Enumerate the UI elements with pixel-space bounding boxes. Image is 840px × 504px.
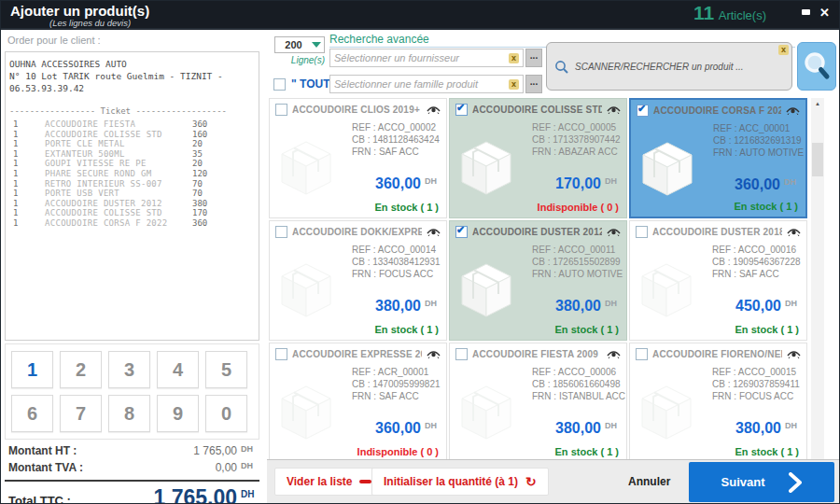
next-button[interactable]: Suivant <box>689 462 834 502</box>
clear-supplier-icon[interactable]: x <box>509 53 519 63</box>
article-count-label: Article(s) <box>719 8 766 22</box>
product-checkbox[interactable]: ✔ <box>637 105 649 117</box>
init-quantity-button[interactable]: Initialiser la quantité (à 1) ↻ <box>371 468 549 496</box>
numpad-key-9[interactable]: 9 <box>157 395 199 432</box>
product-checkbox[interactable]: ✔ <box>455 348 468 360</box>
ticket-line: 1RETRO INTERIEUR SS-00770 <box>9 179 255 189</box>
product-frn: FRN : AUTO MOTIVE <box>532 268 623 280</box>
clear-list-label: Vider la liste <box>287 475 352 488</box>
page-size-value: 200 <box>275 39 312 50</box>
price-value: 450,00 <box>735 298 781 314</box>
add-product-dialog: Ajouter un produit(s) (Les lignes du dev… <box>0 0 840 504</box>
product-frn: FRN : SAF ACC <box>352 146 440 158</box>
numpad-key-8[interactable]: 8 <box>108 395 150 432</box>
family-select[interactable]: Sélectionner une famille produit x <box>329 75 524 93</box>
product-card[interactable]: ✔ ACCOUDOIRE FIORENO/NEMO REF : A <box>629 343 807 460</box>
family-browse-button[interactable]: ... <box>525 75 542 93</box>
product-card[interactable]: ✔ ACCOUDOIRE FIESTA 2009 REF : AC <box>449 343 627 460</box>
product-checkbox[interactable]: ✔ <box>455 226 468 238</box>
clear-scanner-icon[interactable]: x <box>778 45 789 55</box>
package-box-icon <box>637 383 695 446</box>
numpad-key-3[interactable]: 3 <box>108 351 150 388</box>
product-checkbox[interactable]: ✔ <box>275 348 287 360</box>
eye-icon[interactable] <box>427 350 441 359</box>
family-placeholder: Sélectionner une famille produit <box>334 78 509 90</box>
eye-icon[interactable] <box>427 228 441 237</box>
ticket-line: 1PORTE USB VERT70 <box>9 189 255 199</box>
product-card[interactable]: ✔ ACCOUDOIRE COLISSE STD REF : AC <box>449 98 627 218</box>
stock-status: En stock ( 1 ) <box>555 446 619 457</box>
scrollbar-thumb[interactable] <box>812 143 823 176</box>
supplier-select[interactable]: Sélectionner un fournisseur x <box>329 49 524 67</box>
grid-scrollbar[interactable]: ▲ <box>811 98 824 460</box>
product-info: REF : ACCO_00015 CB : 1269037859411 FRN … <box>712 366 800 402</box>
product-ref: REF : ACCO_00002 <box>352 121 440 133</box>
product-cb: CB : 1334038412931 <box>352 256 441 268</box>
montant-tva-row: Montant TVA : 0,00 DH <box>5 459 259 476</box>
numpad-key-4[interactable]: 4 <box>157 351 199 388</box>
clear-list-button[interactable]: Vider la liste <box>274 468 384 496</box>
product-card[interactable]: ✔ ACCOUDOIRE DOKK/EXPRESS REF : A <box>269 220 447 341</box>
product-checkbox[interactable]: ✔ <box>455 104 468 116</box>
product-frn: FRN : FOCUS ACC <box>712 390 800 402</box>
price-value: 360,00 <box>735 176 780 192</box>
numpad-key-5[interactable]: 5 <box>205 351 247 388</box>
product-card[interactable]: ✔ ACCOUDOIRE CORSA F 2022 REF : A <box>629 98 807 218</box>
product-card[interactable]: ✔ ACCOUDOIRE DUSTER 2012 REF : AC <box>449 220 627 341</box>
product-price: 380,00DH <box>735 420 797 437</box>
product-title: ACCOUDOIRE DUSTER 2018+ <box>652 227 782 237</box>
product-cb: CB : 1481128463424 <box>352 133 440 146</box>
eye-icon[interactable] <box>607 228 621 237</box>
price-currency: DH <box>425 299 437 308</box>
eye-icon[interactable] <box>786 106 800 116</box>
search-button[interactable] <box>797 42 836 91</box>
product-checkbox[interactable]: ✔ <box>636 348 648 360</box>
product-price: 360,00DH <box>375 175 437 192</box>
ticket-line: 1GOUPI VITESSE RE PE20 <box>9 159 255 169</box>
product-info: REF : ACCO_00002 CB : 1481128463424 FRN … <box>352 121 440 158</box>
price-currency: DH <box>425 421 437 430</box>
scroll-up-icon[interactable]: ▲ <box>811 98 824 106</box>
product-price: 450,00DH <box>735 298 797 315</box>
product-card[interactable]: ✔ ACCOUDOIRE CLIOS 2019+ REF : AC <box>269 98 447 218</box>
price-value: 380,00 <box>375 298 421 314</box>
clear-family-icon[interactable]: x <box>509 79 519 90</box>
ht-value: 1 765,00 <box>193 444 237 457</box>
tout-checkbox[interactable]: ✔ <box>273 78 286 91</box>
product-price: 380,00DH <box>375 298 437 315</box>
numpad-key-0[interactable]: 0 <box>205 395 247 432</box>
eye-icon[interactable] <box>787 228 801 237</box>
supplier-browse-button[interactable]: ... <box>525 49 542 67</box>
footer-bar: Vider la liste Initialiser la quantité (… <box>267 459 839 503</box>
product-grid: ✔ ACCOUDOIRE CLIOS 2019+ REF : AC <box>269 98 809 460</box>
ht-currency: DH <box>241 444 258 454</box>
page-size-select[interactable]: 200 <box>274 36 325 53</box>
numpad-key-2[interactable]: 2 <box>60 351 102 388</box>
scanner-search-input[interactable]: SCANNER/RECHERCHER un produit ... x <box>546 42 792 91</box>
cancel-button[interactable]: Annuler <box>615 468 683 496</box>
product-card[interactable]: ✔ ACCOUDOIRE EXPRESSE 2021 REF : <box>269 343 447 460</box>
search-icon <box>803 51 831 81</box>
product-card[interactable]: ✔ ACCOUDOIRE DUSTER 2018+ REF : A <box>629 220 807 341</box>
product-checkbox[interactable]: ✔ <box>275 104 287 116</box>
package-box-icon <box>638 139 696 203</box>
numpad-key-1[interactable]: 1 <box>11 351 53 388</box>
product-checkbox[interactable]: ✔ <box>275 226 287 238</box>
price-value: 360,00 <box>375 175 421 191</box>
advanced-search-link[interactable]: Recherche avancée <box>329 33 429 46</box>
close-icon[interactable]: ✕ <box>818 7 832 19</box>
price-currency: DH <box>605 299 617 308</box>
product-card-header: ✔ ACCOUDOIRE DUSTER 2018+ <box>630 221 806 240</box>
eye-icon[interactable] <box>787 350 801 359</box>
numpad-key-6[interactable]: 6 <box>11 395 53 432</box>
eye-icon[interactable] <box>607 350 621 359</box>
product-ref: REF : ACCO_00005 <box>532 121 621 133</box>
product-info: REF : ACCO_00011 CB : 1726515502899 FRN … <box>532 244 623 280</box>
product-ref: REF : ACC_00001 <box>713 122 804 134</box>
product-checkbox[interactable]: ✔ <box>636 226 648 238</box>
stock-status: En stock ( 1 ) <box>375 202 439 213</box>
eye-icon[interactable] <box>427 105 441 115</box>
minimize-icon[interactable] <box>799 7 813 19</box>
numpad-key-7[interactable]: 7 <box>60 395 102 432</box>
eye-icon[interactable] <box>607 105 621 115</box>
